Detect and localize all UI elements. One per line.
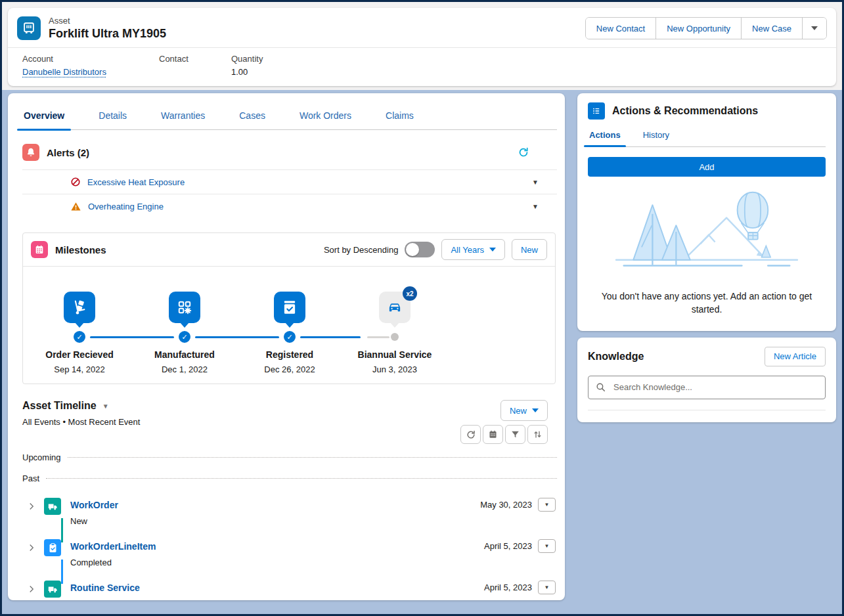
chevron-down-icon: [532, 408, 539, 412]
timeline-filter-button[interactable]: [505, 425, 525, 444]
search-icon: [595, 382, 606, 395]
past-label: Past: [22, 473, 39, 483]
timeline-items: WorkOrder New May 30, 2023 ▼: [22, 498, 557, 600]
milestone-date: Dec 1, 2022: [132, 364, 237, 374]
clipboard-check-icon: [44, 539, 61, 556]
add-action-button[interactable]: Add: [588, 157, 826, 177]
timeline-item-status: Completed: [70, 599, 140, 600]
bell-icon: [22, 144, 39, 161]
contact-field-label: Contact: [159, 54, 231, 64]
tab-cases[interactable]: Cases: [238, 106, 267, 129]
milestone-incomplete-dot: [391, 333, 399, 341]
new-article-button[interactable]: New Article: [765, 347, 826, 366]
record-header-card: Asset Forklift Ultra MY1905 New Contact …: [8, 8, 836, 86]
chevron-down-icon: [489, 248, 496, 252]
milestone-date: Dec 26, 2022: [237, 364, 342, 374]
chevron-right-icon[interactable]: [28, 544, 35, 552]
actions-panel-title: Actions & Recommendations: [612, 105, 758, 117]
asset-timeline-subtitle: All Events • Most Recent Event: [22, 417, 140, 427]
filter-funnel-icon: [510, 429, 520, 439]
milestone-item: ✓ Order Recieved Sep 14, 2022: [27, 267, 132, 323]
milestone-new-label: New: [521, 245, 538, 255]
quantity-field-label: Quantity: [231, 54, 263, 64]
milestone-item: ✓ Manufactured Dec 1, 2022: [132, 267, 237, 323]
timeline-new-button[interactable]: New: [500, 400, 548, 421]
tab-warranties[interactable]: Warranties: [160, 106, 206, 129]
empty-state-illustration: [588, 186, 826, 275]
chevron-down-icon[interactable]: ▼: [532, 179, 539, 186]
refresh-icon: [466, 429, 476, 440]
hand-truck-icon[interactable]: [64, 292, 95, 323]
parts-gear-icon[interactable]: [169, 292, 200, 323]
milestone-complete-check-icon: ✓: [72, 330, 87, 344]
chevron-down-icon[interactable]: ▼: [102, 403, 109, 410]
tab-details[interactable]: Details: [97, 106, 128, 129]
milestone-connector: [195, 336, 279, 338]
sort-descending-toggle[interactable]: [405, 242, 435, 257]
milestone-connector: [300, 336, 361, 338]
timeline-item-status: Completed: [70, 558, 156, 567]
timeline-new-label: New: [510, 406, 527, 416]
tab-history[interactable]: History: [642, 130, 671, 146]
timeline-item-link[interactable]: WorkOrderLineItem: [70, 541, 156, 552]
chevron-down-icon: [811, 26, 818, 30]
knowledge-title: Knowledge: [588, 351, 644, 363]
knowledge-search-input[interactable]: [588, 376, 826, 399]
milestone-new-button[interactable]: New: [512, 239, 547, 260]
alert-link[interactable]: Excessive Heat Exposure: [87, 177, 185, 187]
timeline-item-link[interactable]: Routine Service: [70, 583, 140, 593]
milestone-connector: [90, 336, 174, 338]
row-actions-button[interactable]: ▼: [538, 581, 556, 594]
upcoming-label: Upcoming: [22, 452, 61, 462]
error-prohibited-icon: [70, 177, 81, 187]
alerts-refresh-icon[interactable]: [518, 146, 529, 158]
tab-actions[interactable]: Actions: [588, 130, 622, 146]
sort-toggle-label: Sort by Descending: [324, 245, 398, 255]
tab-claims[interactable]: Claims: [384, 106, 415, 129]
new-opportunity-button[interactable]: New Opportunity: [655, 18, 741, 39]
alert-link[interactable]: Overheating Engine: [88, 202, 164, 211]
milestone-item: ✓ Registered Dec 26, 2022: [237, 267, 342, 323]
timeline-date-range-button[interactable]: [483, 425, 503, 444]
timeline-item-status: New: [70, 516, 118, 526]
new-case-button[interactable]: New Case: [741, 18, 802, 39]
chevron-right-icon[interactable]: [28, 502, 35, 510]
timeline-item-date: April 5, 2023: [484, 541, 532, 551]
record-main-card: Overview Details Warranties Cases Work O…: [8, 93, 565, 600]
more-actions-button[interactable]: [802, 18, 826, 39]
account-link[interactable]: Danubelle Distributors: [22, 67, 106, 77]
new-contact-button[interactable]: New Contact: [586, 18, 655, 39]
timeline-item-date: May 30, 2023: [480, 500, 532, 510]
milestone-name: Order Recieved: [27, 349, 132, 360]
calendar-icon: [31, 241, 48, 258]
timeline-item-date: April 5, 2023: [484, 583, 532, 592]
year-filter-button[interactable]: All Years: [441, 239, 505, 260]
dotted-divider: [68, 457, 557, 458]
tab-overview[interactable]: Overview: [22, 106, 66, 129]
milestone-complete-check-icon: ✓: [177, 330, 192, 344]
alerts-title: Alerts (2): [47, 147, 89, 158]
timeline-refresh-button[interactable]: [460, 425, 481, 444]
calendar-check-icon[interactable]: [274, 292, 305, 323]
chevron-down-icon[interactable]: ▼: [532, 203, 539, 210]
warning-triangle-icon: [70, 201, 81, 212]
work-order-truck-icon: [44, 498, 61, 515]
row-actions-button[interactable]: ▼: [538, 539, 556, 553]
timeline-sort-button[interactable]: [527, 425, 548, 444]
object-label: Asset: [49, 16, 166, 26]
quantity-field-value: 1.00: [231, 67, 263, 77]
timeline-item: WorkOrderLineItem Completed April 5, 202…: [22, 539, 557, 581]
record-action-group: New Contact New Opportunity New Case: [585, 17, 827, 39]
milestone-date: Jun 3, 2023: [342, 364, 447, 374]
row-actions-button[interactable]: ▼: [538, 498, 556, 512]
actions-tabset: Actions History: [588, 130, 826, 147]
timeline-item-link[interactable]: WorkOrder: [70, 500, 118, 510]
chevron-right-icon[interactable]: [28, 585, 35, 593]
timeline-upcoming-band: Upcoming: [22, 449, 557, 465]
actions-recommendations-card: Actions & Recommendations Actions Histor…: [577, 93, 836, 331]
tab-work-orders[interactable]: Work Orders: [298, 106, 353, 129]
timeline-past-band: Past: [22, 470, 557, 486]
action-list-icon: [588, 102, 605, 120]
right-sidebar: Actions & Recommendations Actions Histor…: [577, 93, 836, 422]
milestone-item: x2 Biannual Service Jun 3, 2023: [342, 267, 447, 323]
